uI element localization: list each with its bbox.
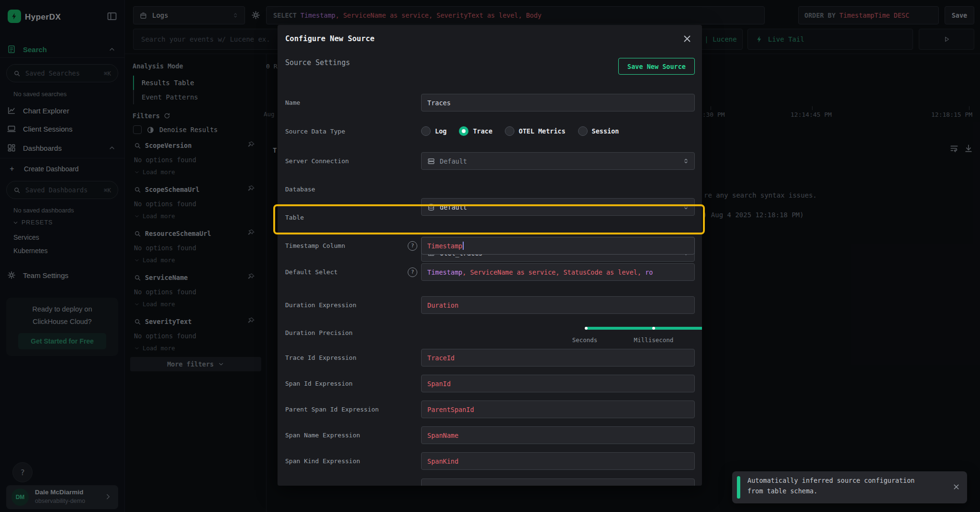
database-label: Database [285, 180, 421, 198]
parent-span-id-input[interactable]: ParentSpanId [421, 401, 695, 418]
server-connection-value: Default [440, 157, 467, 165]
parent-span-id-label: Parent Span Id Expression [285, 401, 421, 418]
span-kind-input[interactable]: SpanKind [421, 452, 695, 470]
duration-precision-slider: Seconds Millisecond Microsecond Nanoseco… [421, 322, 695, 346]
name-input[interactable]: Traces [421, 94, 695, 111]
server-connection-label: Server Connection [285, 152, 421, 170]
select-chevrons-icon [682, 157, 690, 165]
duration-expression-value: Duration [427, 301, 458, 309]
duration-expression-label: Duration Expression [285, 296, 421, 314]
slider-mark [652, 327, 655, 330]
span-id-value: SpanId [427, 380, 451, 388]
table-field-highlight [273, 204, 705, 234]
timestamp-column-value: Timestamp [427, 242, 462, 250]
toast-message-line2: from table schema. [747, 487, 817, 495]
default-select-label: Default Select ? [285, 263, 421, 281]
trace-id-label: Trace Id Expression [285, 349, 421, 367]
timestamp-column-label: Timestamp Column ? [285, 237, 421, 255]
toast-close-icon[interactable] [952, 483, 960, 491]
source-data-type-label: Source Data Type [285, 124, 421, 138]
close-icon[interactable] [682, 33, 692, 44]
app-window: HyperDX Search ⌘K No saved searches Char… [0, 0, 980, 512]
configure-new-source-modal: Configure New Source Source Settings Sav… [278, 25, 702, 486]
radio-label: OTEL Metrics [519, 127, 566, 135]
timestamp-column-input[interactable]: Timestamp [421, 237, 695, 255]
radio-log[interactable]: Log [421, 126, 446, 136]
name-value: Traces [427, 99, 451, 107]
trace-id-value: TraceId [427, 354, 455, 362]
help-icon[interactable]: ? [408, 267, 417, 277]
span-id-label: Span Id Expression [285, 375, 421, 392]
span-name-label: Span Name Expression [285, 426, 421, 444]
sql-token: ro [645, 268, 653, 276]
slider-mark [585, 327, 588, 330]
name-field-label: Name [285, 94, 421, 111]
slider-track[interactable] [585, 327, 702, 330]
toast-message-line1: Automatically inferred source configurat… [747, 477, 915, 484]
radio-circle[interactable] [578, 126, 588, 136]
clipped-input[interactable] [421, 479, 695, 486]
slider-mark-label: Millisecond [634, 336, 674, 344]
modal-title: Configure New Source [285, 34, 375, 43]
radio-circle-selected[interactable] [459, 126, 468, 136]
span-id-input[interactable]: SpanId [421, 375, 695, 392]
radio-circle[interactable] [505, 126, 514, 136]
server-connection-select[interactable]: Default [421, 152, 695, 170]
duration-precision-label: Duration Precision [285, 322, 421, 343]
source-settings-heading: Source Settings [285, 58, 350, 67]
parent-span-id-value: ParentSpanId [427, 406, 474, 413]
trace-id-input[interactable]: TraceId [421, 349, 695, 367]
help-icon[interactable]: ? [408, 241, 417, 251]
toast-accent-bar [737, 476, 740, 499]
radio-otel-metrics[interactable]: OTEL Metrics [505, 126, 566, 136]
radio-trace[interactable]: Trace [459, 126, 492, 136]
duration-expression-input[interactable]: Duration [421, 296, 695, 314]
span-name-input[interactable]: SpanName [421, 426, 695, 444]
radio-label: Log [435, 127, 446, 135]
sql-token: Timestamp [427, 268, 462, 276]
source-data-type-radio-group: Log Trace OTEL Metrics Session [421, 124, 619, 138]
sql-token: , ServiceName as service, StatusCode as … [462, 268, 645, 276]
radio-label: Trace [473, 127, 492, 135]
radio-session[interactable]: Session [578, 126, 619, 136]
span-kind-label: Span Kind Expression [285, 452, 421, 470]
text-cursor [463, 242, 464, 250]
span-kind-value: SpanKind [427, 457, 458, 465]
default-select-input[interactable]: Timestamp, ServiceName as service, Statu… [421, 263, 695, 281]
radio-label: Session [592, 127, 619, 135]
slider-mark-label: Seconds [572, 336, 598, 344]
save-new-source-button[interactable]: Save New Source [618, 58, 695, 75]
radio-circle[interactable] [421, 126, 431, 136]
server-icon [427, 157, 435, 165]
toast-notification: Automatically inferred source configurat… [732, 471, 967, 503]
span-name-value: SpanName [427, 432, 458, 439]
